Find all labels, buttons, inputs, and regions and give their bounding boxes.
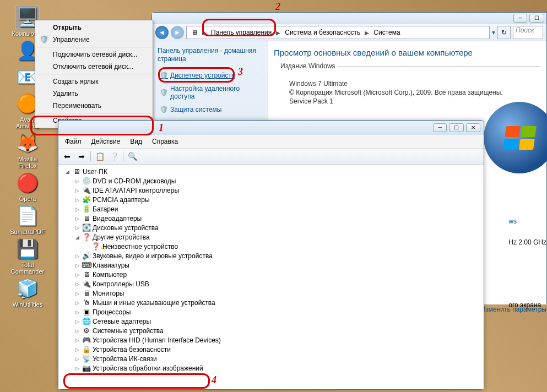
tree-node[interactable]: ▷🎮Устройства HID (Human Interface Device…: [59, 335, 483, 345]
tree-node-label: Устройства обработки изображений: [93, 364, 203, 372]
breadcrumb-seg-1[interactable]: Система и безопасность: [283, 29, 362, 36]
menu-item-label: Удалить: [53, 90, 78, 97]
breadcrumb-seg-2[interactable]: Система: [371, 29, 402, 36]
device-icon: ⚙: [82, 326, 91, 335]
tree-child-node[interactable]: ❓⚠Неизвестное устройство: [59, 242, 483, 251]
device-icon: ❓: [82, 233, 91, 241]
tree-node[interactable]: ▷🔌IDE ATA/ATAPI контроллеры: [59, 186, 483, 195]
tree-node[interactable]: ▷▣Процессоры: [59, 307, 483, 317]
breadcrumb-seg-0[interactable]: Панель управления: [209, 29, 274, 36]
windows-logo: [484, 102, 547, 173]
tree-node-label: Дисковые устройства: [93, 224, 159, 232]
menu-help[interactable]: Справка: [148, 136, 182, 147]
menu-file[interactable]: Файл: [61, 136, 86, 147]
breadcrumb-field[interactable]: 🖥▶ Панель управления▶ Система и безопасн…: [186, 26, 490, 39]
menu-action[interactable]: Действие: [87, 136, 125, 147]
edition-value: Windows 7 Ultimate: [289, 80, 541, 88]
context-menu-item[interactable]: Подключить сетевой диск...: [36, 48, 151, 61]
tree-node[interactable]: ▷🖥Компьютер: [59, 270, 483, 279]
sidebar-link-protection[interactable]: 🛡️Защита системы: [158, 103, 262, 116]
minimize-button[interactable]: ─: [513, 14, 527, 23]
tree-node-label: Батареи: [93, 205, 118, 213]
tool-scan[interactable]: 🔍: [126, 150, 139, 163]
maximize-button[interactable]: ☐: [529, 14, 544, 23]
tree-node-label: Видеоадаптеры: [93, 215, 142, 222]
tree-node-label: Звуковые, видео и игровые устройства: [93, 252, 213, 260]
menu-item-label: Переименовать: [53, 102, 101, 110]
context-menu-item[interactable]: Удалить: [36, 88, 151, 100]
sidebar-home-link[interactable]: Панель управления - домашняя страница: [158, 47, 262, 63]
tree-node[interactable]: ▷🖱Мыши и иные указывающие устройства: [59, 298, 483, 307]
copyright-text: © Корпорация Microsoft (Microsoft Corp.)…: [289, 89, 541, 96]
desktop-icon[interactable]: 📄SumatraPDF: [6, 204, 50, 235]
forward-button[interactable]: ►: [171, 26, 184, 39]
tree-node[interactable]: ▷🔌Контроллеры USB: [59, 279, 483, 288]
device-icon: 🔊: [82, 252, 91, 260]
tree-node[interactable]: ▷🔒Устройства безопасности: [59, 345, 483, 354]
minimize-button[interactable]: ─: [433, 123, 447, 132]
dm-titlebar: ─ ☐ ✕: [58, 121, 484, 135]
peek-text: ws Hz 2.00 GHz ого экрана: [508, 217, 546, 309]
menu-view[interactable]: Вид: [126, 136, 147, 147]
tool-help[interactable]: ❔: [107, 150, 121, 163]
tree-node[interactable]: ▷🔋Батареи: [59, 204, 483, 214]
context-menu-item[interactable]: Открыть: [36, 21, 151, 34]
computer-icon: 🖥: [72, 167, 82, 176]
search-input[interactable]: Поиск ...: [513, 26, 543, 39]
device-icon: 🔋: [82, 205, 91, 213]
shield-icon: 🛡️: [160, 89, 168, 96]
context-menu-item[interactable]: Переименовать: [36, 100, 151, 112]
desktop-icon-glyph: 🦊: [16, 132, 39, 155]
device-icon: 📷: [82, 364, 91, 372]
tool-back[interactable]: ⬅: [61, 150, 74, 163]
menu-item-label: Управление: [53, 36, 90, 43]
tree-node-label: Устройства HID (Human Interface Devices): [93, 336, 221, 344]
tree-node[interactable]: ▷⚙Системные устройства: [59, 326, 483, 335]
desktop-icon[interactable]: 🧊WinUtilities: [6, 277, 50, 308]
desktop-icon[interactable]: 🔴Opera: [6, 171, 50, 202]
tree-node[interactable]: ▷📡Устройства ИК-связи: [59, 354, 483, 363]
menu-item-label: Создать ярлык: [53, 78, 99, 85]
device-icon: 🖥: [82, 214, 91, 222]
context-menu: Открыть🛡️УправлениеПодключить сетевой ди…: [35, 20, 153, 128]
breadcrumb-root-icon[interactable]: 🖥: [189, 29, 200, 36]
tree-node[interactable]: ▷🧩PCMCIA адаптеры: [59, 195, 483, 204]
device-icon: 💽: [82, 224, 91, 232]
tree-root[interactable]: ◢🖥User-ПК: [59, 167, 483, 176]
tree-node-label: Клавиатуры: [93, 262, 129, 269]
tree-node[interactable]: ▷🖥Видеоадаптеры: [59, 214, 483, 223]
desktop-icon[interactable]: 💾TotalCommander: [6, 237, 50, 275]
maximize-button[interactable]: ☐: [449, 123, 464, 132]
tree-node-label: Другие устройства: [93, 233, 150, 241]
context-menu-item[interactable]: Отключить сетевой диск...: [36, 61, 151, 73]
tree-node[interactable]: ▷🌐Сетевые адаптеры: [59, 317, 483, 326]
back-button[interactable]: ◄: [155, 26, 169, 39]
tool-fwd[interactable]: ➡: [75, 150, 88, 163]
tree-node[interactable]: ▷⌨Клавиатуры: [59, 260, 483, 270]
context-menu-item[interactable]: Создать ярлык: [36, 75, 151, 88]
tree-node-label: Мыши и иные указывающие устройства: [93, 299, 215, 307]
tree-node[interactable]: ▷🖥Мониторы: [59, 288, 483, 298]
shield-icon: 🛡️: [160, 72, 168, 79]
tool-props[interactable]: 📋: [93, 150, 106, 163]
sidebar-link-remote[interactable]: 🛡️Настройка удаленного доступа: [158, 82, 262, 103]
device-icon: 🖥: [82, 270, 91, 279]
device-icon: ❓⚠: [91, 242, 101, 251]
tree-node-label: PCMCIA адаптеры: [93, 196, 150, 204]
device-icon: 💿: [82, 177, 91, 185]
desktop-icon-label: TotalCommander: [11, 262, 45, 275]
sidebar-link-devmgr[interactable]: 🛡️Диспетчер устройств: [158, 69, 262, 82]
tree-node[interactable]: ◢❓Другие устройства: [59, 232, 483, 242]
tree-node[interactable]: ▷💽Дисковые устройства: [59, 223, 483, 232]
tree-node-label: Неизвестное устройство: [102, 243, 178, 251]
tree-node-label: Устройства безопасности: [93, 346, 171, 353]
close-button[interactable]: ✕: [466, 123, 480, 132]
sidebar-link-label: Настройка удаленного доступа: [170, 85, 260, 100]
tree-node[interactable]: ▷🔊Звуковые, видео и игровые устройства: [59, 251, 483, 260]
refresh-button[interactable]: ↻: [497, 26, 511, 39]
tree-node[interactable]: ▷📷Устройства обработки изображений: [59, 363, 483, 373]
device-tree[interactable]: ◢🖥User-ПК▷💿DVD и CD-ROM дисководы▷🔌IDE A…: [58, 165, 484, 389]
tree-node[interactable]: ▷💿DVD и CD-ROM дисководы: [59, 176, 483, 186]
context-menu-item[interactable]: 🛡️Управление: [36, 34, 151, 46]
desktop-icon[interactable]: 🦊MozillaFirefox: [6, 132, 50, 169]
